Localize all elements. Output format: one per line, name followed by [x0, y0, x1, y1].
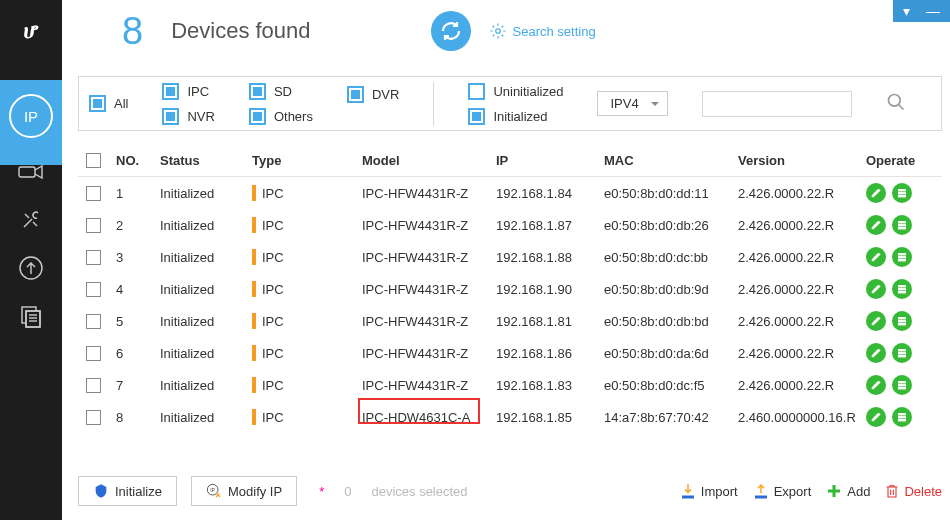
- table-row[interactable]: 3InitializedIPCIPC-HFW4431R-Z192.168.1.8…: [78, 241, 942, 273]
- svg-rect-20: [899, 286, 906, 288]
- export-button[interactable]: Export: [752, 482, 812, 500]
- sidebar-docs-icon[interactable]: [15, 302, 47, 330]
- sidebar-camera-icon[interactable]: [15, 158, 47, 186]
- ip-version-select[interactable]: IPV4: [597, 91, 667, 116]
- edit-button[interactable]: [866, 375, 886, 395]
- edit-button[interactable]: [866, 343, 886, 363]
- import-button[interactable]: Import: [679, 482, 738, 500]
- delete-button[interactable]: Delete: [884, 482, 942, 500]
- svg-rect-26: [899, 350, 906, 352]
- row-checkbox[interactable]: [86, 346, 101, 361]
- row-checkbox[interactable]: [86, 378, 101, 393]
- checkbox-nvr[interactable]: [162, 108, 179, 125]
- add-button[interactable]: Add: [825, 482, 870, 500]
- type-bar-icon: [252, 345, 256, 361]
- cell-operate: [866, 247, 942, 267]
- detail-button[interactable]: [892, 247, 912, 267]
- svg-rect-3: [26, 311, 40, 327]
- cell-status: Initialized: [160, 378, 252, 393]
- cell-version: 2.460.0000000.16.R: [738, 410, 866, 425]
- pencil-icon: [870, 411, 882, 423]
- checkbox-select-all[interactable]: [86, 153, 101, 168]
- pencil-icon: [870, 251, 882, 263]
- svg-text:IP: IP: [210, 487, 215, 493]
- table-row[interactable]: 6InitializedIPCIPC-HFW4431R-Z192.168.1.8…: [78, 337, 942, 369]
- table-row[interactable]: 2InitializedIPCIPC-HFW4431R-Z192.168.1.8…: [78, 209, 942, 241]
- type-bar-icon: [252, 217, 256, 233]
- cell-status: Initialized: [160, 410, 252, 425]
- svg-rect-24: [899, 321, 906, 323]
- edit-button[interactable]: [866, 247, 886, 267]
- checkbox-initialized[interactable]: [468, 108, 485, 125]
- svg-rect-12: [899, 193, 906, 195]
- sidebar-ip-icon[interactable]: IP: [9, 94, 53, 138]
- edit-button[interactable]: [866, 215, 886, 235]
- cell-operate: [866, 407, 942, 427]
- table-row[interactable]: 7InitializedIPCIPC-HFW4431R-Z192.168.1.8…: [78, 369, 942, 401]
- col-version: Version: [738, 153, 866, 168]
- detail-button[interactable]: [892, 407, 912, 427]
- table-header: NO. Status Type Model IP MAC Version Ope…: [78, 145, 942, 177]
- row-checkbox[interactable]: [86, 218, 101, 233]
- selected-label: devices selected: [371, 484, 467, 499]
- list-icon: [896, 315, 908, 327]
- import-icon: [679, 482, 697, 500]
- sidebar-upload-icon[interactable]: [15, 254, 47, 282]
- cell-ip: 192.168.1.87: [496, 218, 604, 233]
- detail-button[interactable]: [892, 183, 912, 203]
- checkbox-sd[interactable]: [249, 83, 266, 100]
- edit-button[interactable]: [866, 311, 886, 331]
- cell-operate: [866, 375, 942, 395]
- filter-sd-label: SD: [274, 84, 292, 99]
- detail-button[interactable]: [892, 343, 912, 363]
- import-label: Import: [701, 484, 738, 499]
- search-setting-link[interactable]: Search setting: [489, 22, 596, 40]
- refresh-button[interactable]: [431, 11, 471, 51]
- table-row[interactable]: 5InitializedIPCIPC-HFW4431R-Z192.168.1.8…: [78, 305, 942, 337]
- row-checkbox[interactable]: [86, 410, 101, 425]
- col-operate: Operate: [866, 153, 942, 168]
- table-row[interactable]: 8InitializedIPCIPC-HDW4631C-A192.168.1.8…: [78, 401, 942, 433]
- detail-button[interactable]: [892, 311, 912, 331]
- detail-button[interactable]: [892, 215, 912, 235]
- cell-status: Initialized: [160, 218, 252, 233]
- col-model: Model: [362, 153, 496, 168]
- checkbox-ipc[interactable]: [162, 83, 179, 100]
- devices-found-label: Devices found: [171, 18, 310, 44]
- edit-button[interactable]: [866, 407, 886, 427]
- svg-rect-32: [899, 414, 906, 416]
- pencil-icon: [870, 283, 882, 295]
- sidebar-tools-icon[interactable]: [15, 206, 47, 234]
- modify-ip-button[interactable]: IP Modify IP: [191, 476, 297, 506]
- row-checkbox[interactable]: [86, 282, 101, 297]
- checkbox-others[interactable]: [249, 108, 266, 125]
- search-icon: [886, 92, 906, 112]
- filter-bar: All IPC NVR SD Others DVR Uninitialized …: [78, 76, 942, 131]
- row-checkbox[interactable]: [86, 314, 101, 329]
- checkbox-uninitialized[interactable]: [468, 83, 485, 100]
- edit-button[interactable]: [866, 279, 886, 299]
- initialize-button[interactable]: Initialize: [78, 476, 177, 506]
- pencil-icon: [870, 187, 882, 199]
- gear-icon: [489, 22, 507, 40]
- checkbox-all[interactable]: [89, 95, 106, 112]
- search-button[interactable]: [886, 92, 910, 116]
- checkbox-dvr[interactable]: [347, 86, 364, 103]
- cell-type: IPC: [252, 217, 362, 233]
- cell-operate: [866, 311, 942, 331]
- trash-icon: [884, 482, 900, 500]
- device-count: 8: [122, 10, 143, 53]
- svg-rect-18: [899, 257, 906, 259]
- type-bar-icon: [252, 377, 256, 393]
- row-checkbox[interactable]: [86, 186, 101, 201]
- detail-button[interactable]: [892, 279, 912, 299]
- table-row[interactable]: 1InitializedIPCIPC-HFW4431R-Z192.168.1.8…: [78, 177, 942, 209]
- search-input[interactable]: [702, 91, 852, 117]
- row-checkbox[interactable]: [86, 250, 101, 265]
- svg-rect-15: [899, 225, 906, 227]
- cell-status: Initialized: [160, 346, 252, 361]
- table-row[interactable]: 4InitializedIPCIPC-HFW4431R-Z192.168.1.9…: [78, 273, 942, 305]
- cell-type: IPC: [252, 281, 362, 297]
- edit-button[interactable]: [866, 183, 886, 203]
- detail-button[interactable]: [892, 375, 912, 395]
